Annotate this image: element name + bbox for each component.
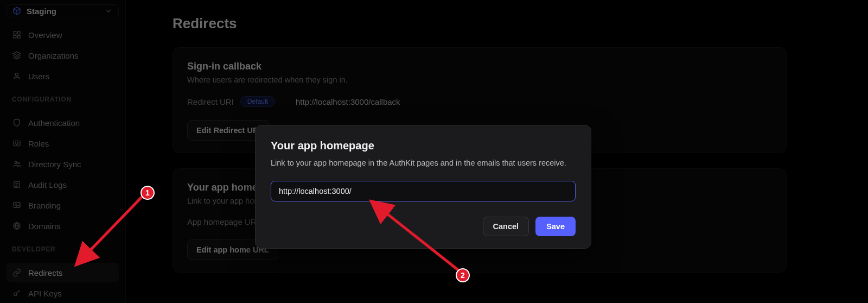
save-button[interactable]: Save — [535, 217, 576, 236]
app-root: Staging Overview Organizations Users CON… — [0, 0, 868, 303]
modal-desc: Link to your app homepage in the AuthKit… — [271, 157, 576, 169]
modal-title: Your app homepage — [271, 140, 576, 152]
app-homepage-modal: Your app homepage Link to your app homep… — [255, 125, 591, 249]
cancel-button[interactable]: Cancel — [483, 217, 529, 236]
modal-actions: Cancel Save — [271, 217, 576, 236]
homepage-url-input[interactable] — [271, 181, 576, 201]
